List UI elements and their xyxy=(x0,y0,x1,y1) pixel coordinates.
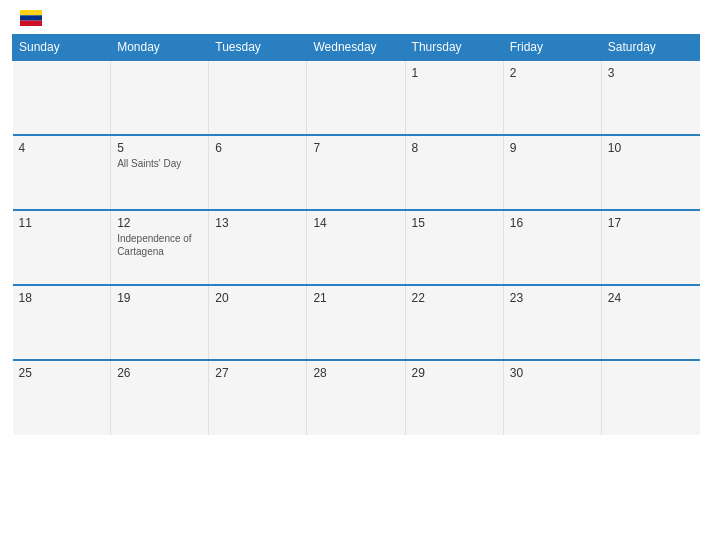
day-number: 10 xyxy=(608,141,694,155)
svg-rect-2 xyxy=(20,21,42,26)
day-number: 30 xyxy=(510,366,595,380)
day-number: 16 xyxy=(510,216,595,230)
day-number: 25 xyxy=(19,366,105,380)
weekday-header-tuesday: Tuesday xyxy=(209,35,307,61)
day-number: 4 xyxy=(19,141,105,155)
day-number: 3 xyxy=(608,66,694,80)
calendar-cell: 4 xyxy=(13,135,111,210)
calendar-container: SundayMondayTuesdayWednesdayThursdayFrid… xyxy=(0,0,712,550)
day-number: 21 xyxy=(313,291,398,305)
weekday-header-wednesday: Wednesday xyxy=(307,35,405,61)
day-number: 20 xyxy=(215,291,300,305)
day-number: 1 xyxy=(412,66,497,80)
svg-rect-0 xyxy=(20,10,42,15)
calendar-cell: 22 xyxy=(405,285,503,360)
calendar-cell: 1 xyxy=(405,60,503,135)
holiday-name: Independence of Cartagena xyxy=(117,232,202,258)
calendar-cell: 11 xyxy=(13,210,111,285)
weekday-header-monday: Monday xyxy=(111,35,209,61)
calendar-cell: 20 xyxy=(209,285,307,360)
day-number: 7 xyxy=(313,141,398,155)
day-number: 22 xyxy=(412,291,497,305)
calendar-cell: 29 xyxy=(405,360,503,435)
calendar-cell: 23 xyxy=(503,285,601,360)
calendar-cell: 3 xyxy=(601,60,699,135)
day-number: 5 xyxy=(117,141,202,155)
calendar-cell: 14 xyxy=(307,210,405,285)
day-number: 19 xyxy=(117,291,202,305)
day-number: 14 xyxy=(313,216,398,230)
calendar-week-row: 123 xyxy=(13,60,700,135)
weekday-header-saturday: Saturday xyxy=(601,35,699,61)
calendar-week-row: 45All Saints' Day678910 xyxy=(13,135,700,210)
day-number: 17 xyxy=(608,216,694,230)
day-number: 8 xyxy=(412,141,497,155)
day-number: 23 xyxy=(510,291,595,305)
calendar-cell: 15 xyxy=(405,210,503,285)
calendar-week-row: 18192021222324 xyxy=(13,285,700,360)
svg-rect-1 xyxy=(20,15,42,20)
calendar-cell: 26 xyxy=(111,360,209,435)
calendar-cell: 7 xyxy=(307,135,405,210)
calendar-table: SundayMondayTuesdayWednesdayThursdayFrid… xyxy=(12,34,700,435)
calendar-cell: 19 xyxy=(111,285,209,360)
day-number: 26 xyxy=(117,366,202,380)
calendar-cell: 8 xyxy=(405,135,503,210)
calendar-cell: 17 xyxy=(601,210,699,285)
weekday-header-thursday: Thursday xyxy=(405,35,503,61)
calendar-cell: 21 xyxy=(307,285,405,360)
calendar-header xyxy=(12,10,700,26)
calendar-week-row: 252627282930 xyxy=(13,360,700,435)
calendar-cell: 2 xyxy=(503,60,601,135)
calendar-week-row: 1112Independence of Cartagena1314151617 xyxy=(13,210,700,285)
day-number: 6 xyxy=(215,141,300,155)
calendar-cell: 12Independence of Cartagena xyxy=(111,210,209,285)
calendar-cell xyxy=(13,60,111,135)
calendar-cell: 9 xyxy=(503,135,601,210)
day-number: 27 xyxy=(215,366,300,380)
calendar-cell xyxy=(601,360,699,435)
calendar-cell: 30 xyxy=(503,360,601,435)
calendar-header-row: SundayMondayTuesdayWednesdayThursdayFrid… xyxy=(13,35,700,61)
calendar-cell: 5All Saints' Day xyxy=(111,135,209,210)
day-number: 12 xyxy=(117,216,202,230)
holiday-name: All Saints' Day xyxy=(117,157,202,170)
day-number: 28 xyxy=(313,366,398,380)
logo-flag-icon xyxy=(20,10,42,26)
day-number: 15 xyxy=(412,216,497,230)
day-number: 9 xyxy=(510,141,595,155)
day-number: 24 xyxy=(608,291,694,305)
calendar-cell: 28 xyxy=(307,360,405,435)
day-number: 11 xyxy=(19,216,105,230)
day-number: 18 xyxy=(19,291,105,305)
calendar-cell: 25 xyxy=(13,360,111,435)
weekday-header-friday: Friday xyxy=(503,35,601,61)
calendar-cell: 10 xyxy=(601,135,699,210)
calendar-cell: 27 xyxy=(209,360,307,435)
calendar-body: 12345All Saints' Day6789101112Independen… xyxy=(13,60,700,435)
logo xyxy=(16,10,44,26)
day-number: 13 xyxy=(215,216,300,230)
calendar-cell: 24 xyxy=(601,285,699,360)
day-number: 29 xyxy=(412,366,497,380)
calendar-cell xyxy=(111,60,209,135)
calendar-cell: 16 xyxy=(503,210,601,285)
calendar-cell: 13 xyxy=(209,210,307,285)
day-number: 2 xyxy=(510,66,595,80)
calendar-cell: 6 xyxy=(209,135,307,210)
calendar-cell xyxy=(307,60,405,135)
calendar-cell: 18 xyxy=(13,285,111,360)
calendar-cell xyxy=(209,60,307,135)
weekday-header-sunday: Sunday xyxy=(13,35,111,61)
